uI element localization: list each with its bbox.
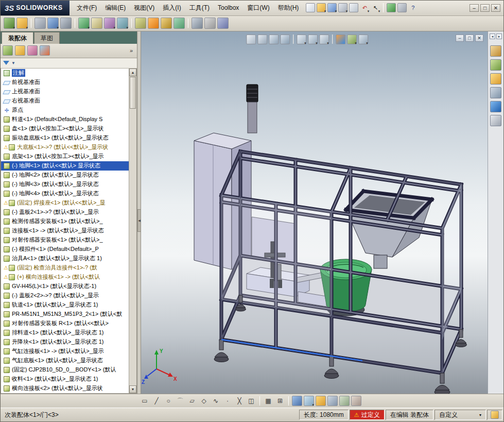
menu-编辑E[interactable]: 编辑(E) (101, 2, 130, 14)
tree-item[interactable]: 对射传感器安装板<1> (默认<默认>_ (1, 235, 129, 245)
panel-more-button[interactable]: » (130, 47, 135, 54)
tree-item[interactable]: (固定) CJP2B10_5D_0__BODY<1> (默认 (1, 365, 129, 375)
explode-line-sketch-icon[interactable] (161, 18, 172, 29)
doc-restore-button[interactable]: □ (465, 35, 474, 42)
view-orientation-icon[interactable]: ▾ (297, 35, 306, 44)
component-pattern-icon[interactable]: ▾ (47, 18, 59, 29)
tree-item[interactable]: 振动盘底板<1> (默认<默认>_显示状态 (1, 133, 129, 143)
smart-fasteners-icon[interactable] (60, 18, 72, 29)
splitter-collapse-arrow[interactable]: ◀ (137, 209, 141, 232)
scroll-up-arrow[interactable]: ▲ (129, 69, 136, 76)
assembly-features-icon[interactable]: ▾ (104, 18, 115, 29)
graphics-viewport[interactable]: Y X Z ▾▾▾▾▾ –□✕ (141, 31, 488, 394)
measure-tool-icon[interactable] (327, 396, 338, 406)
tree-item[interactable]: (-) 地脚<1> (默认<<默认> 显示状态 (1, 161, 129, 171)
property-manager-icon[interactable] (15, 45, 25, 56)
interference-detection-icon[interactable] (173, 18, 185, 29)
scroll-down-arrow[interactable]: ▼ (129, 385, 136, 393)
new-motion-study-icon[interactable] (135, 18, 146, 29)
tree-item[interactable]: (-) 盖板2<1>->? (默认<默认>_显示 (1, 208, 129, 217)
rebuild-icon[interactable] (387, 3, 396, 12)
pane-expand-button[interactable]: ▸ (496, 33, 502, 39)
tree-item[interactable]: 右视基准面 (1, 96, 129, 106)
minimize-button[interactable]: – (470, 4, 479, 12)
tree-item[interactable]: 治具A<1> (默认<默认>_显示状态 1) (1, 254, 129, 263)
menu-工具T[interactable]: 工具(T) (185, 2, 214, 14)
custom-properties-icon[interactable] (490, 115, 501, 126)
measure-icon[interactable] (192, 18, 203, 29)
assembly-transparency-icon[interactable] (292, 396, 302, 406)
tree-item[interactable]: 检测传感器安装板<1> (默认<默认>_ (1, 217, 129, 226)
display-style-icon[interactable]: ▾ (308, 35, 318, 44)
panel-splitter[interactable]: ◀ (137, 31, 141, 394)
tree-item[interactable]: ⚠(固定) 检查治具连接件<1>-? (默 (1, 263, 129, 273)
tab-sketch[interactable]: 草图 (34, 32, 60, 44)
select-icon[interactable]: ↖▾ (371, 3, 380, 12)
configuration-manager-icon[interactable] (27, 45, 38, 56)
menu-文件F[interactable]: 文件(F) (73, 2, 101, 14)
edit-appearance-icon[interactable] (336, 35, 345, 44)
design-library-icon[interactable] (490, 59, 501, 71)
tree-item[interactable]: (-) 地脚<4> (默认<默认>_显示状态 (1, 189, 129, 198)
tab-assembly[interactable]: 装配体 (2, 32, 33, 44)
display-manager-icon[interactable] (40, 45, 50, 56)
circle-icon[interactable]: ○ (163, 396, 173, 406)
trim-icon[interactable]: ╳ (234, 396, 245, 406)
feature-manager-icon[interactable] (3, 45, 13, 56)
save-icon[interactable]: ▾ (327, 3, 337, 12)
snap-options-icon[interactable]: ⊞ (275, 396, 285, 406)
line-icon[interactable]: ╱ (151, 396, 162, 406)
tree-item[interactable]: ⚠(+) 横向连接板<1> -> (默认<默认 (1, 273, 129, 282)
status-custom[interactable]: 自定义 ▾ (435, 410, 486, 420)
spline-icon[interactable]: ∿ (211, 396, 221, 406)
solidworks-resources-icon[interactable] (490, 45, 501, 57)
tree-item[interactable]: (-) 地脚<3> (默认<默认>_显示状态 (1, 180, 129, 189)
exploded-view-icon[interactable] (148, 18, 159, 29)
tree-item[interactable]: 收料<1> (默认<默认>_显示状态 1) (1, 375, 129, 384)
move-component-icon[interactable]: ▾ (78, 18, 90, 29)
menu-帮助H[interactable]: 帮助(H) (274, 2, 303, 14)
view-settings-icon[interactable]: ▾ (358, 35, 368, 44)
zoom-area-icon[interactable] (257, 35, 267, 44)
tree-item[interactable]: ⚠(固定) 焊接座<1> (默认<<默认>_显 (1, 198, 129, 208)
tree-item[interactable]: 对射传感器安装板 R<1> (默认<<默认> (1, 319, 129, 328)
previous-view-icon[interactable] (269, 35, 279, 44)
new-document-icon[interactable] (306, 3, 315, 12)
apply-scene-icon[interactable]: ▾ (347, 35, 357, 44)
tree-item[interactable]: 料道<1> (Default<Default_Display S (1, 115, 129, 124)
lift-tool-icon[interactable] (339, 396, 350, 406)
tree-item[interactable]: 轨道<1> (默认<默认>_显示状态 1) (1, 300, 129, 310)
tree-item[interactable]: 气缸底板<1> (默认<默认>_显示状态 (1, 356, 129, 365)
open-icon[interactable]: ▾ (317, 3, 326, 12)
maximize-button[interactable]: □ (480, 4, 490, 12)
scroll-track[interactable] (129, 109, 136, 385)
tree-item[interactable]: PR-M51N1_M51N3_M51P3_2<1> (默认<默 (1, 310, 129, 319)
mate-icon[interactable] (34, 18, 46, 29)
quick-snaps-icon[interactable] (351, 396, 361, 406)
arc-icon[interactable]: ⌒ (175, 396, 185, 406)
search-results-icon[interactable] (490, 87, 501, 98)
tree-item[interactable]: 盘<1> (默认<按加工><默认>_显示状 (1, 124, 129, 133)
isolate-icon[interactable]: ▾ (304, 396, 314, 406)
section-view-icon[interactable] (280, 35, 290, 44)
print-preview-icon[interactable] (349, 3, 358, 12)
tree-item[interactable]: ✛原点 (1, 106, 129, 115)
undo-icon[interactable]: ↶▾ (360, 3, 369, 12)
tree-item[interactable]: (-) 盖板2<2>->? (默认<默认>_显示 (1, 291, 129, 300)
scroll-thumb[interactable] (130, 77, 136, 109)
doc-minimize-button[interactable]: – (456, 35, 464, 42)
menu-窗口W[interactable]: 窗口(W) (243, 2, 273, 14)
menu-插入I[interactable]: 插入(I) (159, 2, 185, 14)
file-properties-icon[interactable] (397, 3, 407, 12)
tree-item[interactable]: 横向连接板<2> (默认<默认>_显示状 (1, 384, 129, 393)
help-icon[interactable]: ? (408, 3, 418, 12)
open-document-icon[interactable]: ▾ (16, 18, 28, 29)
tree-item[interactable]: ⚠大底板<1>->? (默认<<默认>_显示状 (1, 143, 129, 152)
insert-component-icon[interactable]: ▾ (4, 18, 15, 29)
polygon-icon[interactable]: ◇ (199, 396, 209, 406)
point-icon[interactable]: · (222, 396, 233, 406)
mass-properties-icon[interactable] (204, 18, 216, 29)
tree-item[interactable]: 上视基准面 (1, 87, 129, 96)
tree-item[interactable]: 排料道<1> (默认<默认>_显示状态 1) (1, 328, 129, 337)
appearances-scenes-icon[interactable] (490, 101, 501, 112)
